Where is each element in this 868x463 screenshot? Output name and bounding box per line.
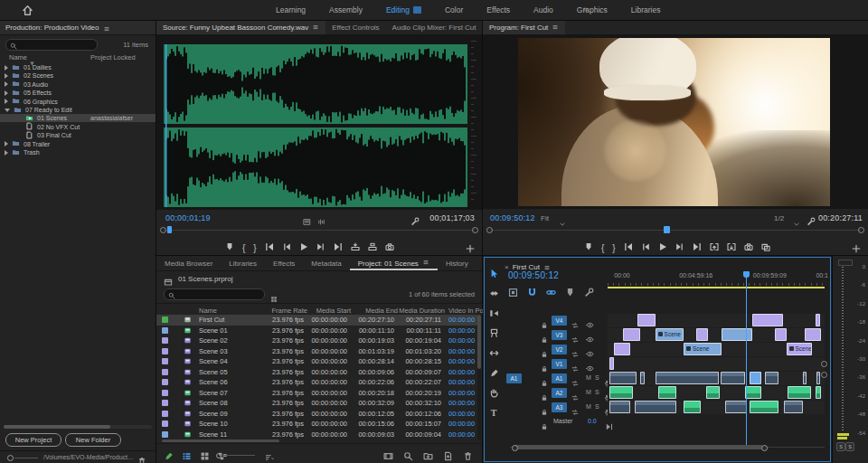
tree-item-01-scenes[interactable]: 01 Scenesanastasialafser [0,114,156,122]
tool-ripple[interactable] [486,303,502,323]
program-video-preview[interactable] [483,35,868,209]
bin-row-scene-10[interactable]: Scene 10 23.976 fps00:00:00:0000:00:15:0… [156,419,478,430]
program-current-timecode[interactable]: 00:09:50:12 [490,213,535,222]
project-locked-column-header[interactable]: Project Locked [90,53,136,61]
col-video-in[interactable]: Video In Po [448,307,484,315]
bin-tab-project-01-scenes[interactable]: Project: 01 Scenes [350,256,438,270]
solo-button[interactable]: S [595,374,599,381]
comparison-view-button[interactable] [761,239,770,255]
workspace-tab-editing[interactable]: Editing [374,5,433,14]
go-to-in-button[interactable] [624,239,633,255]
magnet-icon[interactable] [527,285,537,301]
panel-menu-icon[interactable] [312,24,319,33]
tree-item-07-ready-to-edit[interactable]: 07 Ready to Edit [0,106,156,114]
tool-type[interactable]: T [486,402,502,422]
timeline-clip-scene[interactable]: Scene [684,343,722,355]
tree-item-05-effects[interactable]: 05 Effects [0,89,156,97]
timeline-clip[interactable] [609,386,633,399]
mute-button[interactable]: M [586,374,591,381]
timeline-clip[interactable] [816,372,820,384]
work-area-bar[interactable] [608,287,825,288]
tool-pen[interactable] [486,363,502,383]
timeline-clip[interactable] [765,372,778,384]
source-tab[interactable]: Effect Controls [326,21,385,34]
go-to-out-button[interactable] [693,239,702,255]
track-lane[interactable] [608,357,825,371]
label-color-chip[interactable] [162,379,168,385]
track-target-v4[interactable]: V4 [552,316,567,326]
label-color-chip[interactable] [162,337,168,344]
step-forward-button[interactable] [675,239,684,255]
tree-item-08-trailer[interactable]: 08 Trailer [0,140,156,148]
newbin-icon[interactable] [423,449,433,463]
solo-button[interactable]: S [595,389,599,395]
bin-tab-metadata[interactable]: Metadata [303,256,349,270]
timeline-clip[interactable] [696,328,708,341]
label-color-chip[interactable] [162,400,168,406]
tree-item-03-audio[interactable]: 03 Audio [0,80,156,89]
timeline-clip[interactable] [752,314,783,326]
zoom-slider-handle[interactable] [7,455,14,461]
search-icon[interactable] [403,449,413,463]
timeline-clip[interactable] [656,372,720,384]
timeline-horizontal-scrollbar[interactable] [510,445,825,450]
timeline-clip[interactable] [609,401,630,413]
col-media-duration[interactable]: Media Duration [399,307,445,315]
label-color-chip[interactable] [162,348,168,354]
button-editor-plus-icon[interactable] [466,241,475,257]
timeline-clip[interactable] [725,401,747,413]
program-tab[interactable]: Program: First Cut [483,21,565,34]
bin-row-scene-05[interactable]: Scene 05 23.976 fps00:00:00:0000:00:09:0… [156,367,478,378]
timeline-clip[interactable] [816,386,821,399]
label-color-chip[interactable] [162,390,168,396]
bin-row-scene-07[interactable]: Scene 07 23.976 fps00:00:00:0000:00:20:1… [156,388,478,399]
vertical-scroll-handle[interactable] [821,372,827,378]
timeline-clip[interactable] [637,314,655,326]
extract-button[interactable] [727,239,736,255]
tool-hand[interactable] [486,383,502,402]
timeline-timecode[interactable]: 00:09:50:12 [508,270,559,280]
bin-row-scene-09[interactable]: Scene 09 23.976 fps00:00:00:0000:00:12:0… [156,409,478,420]
workspace-overflow-button[interactable]: » [583,5,588,14]
track-target-v3[interactable]: V3 [552,330,567,340]
zoom-slider-handle[interactable] [216,453,222,458]
bin-row-scene-08[interactable]: Scene 08 23.976 fps00:00:00:0000:00:32:0… [156,398,478,409]
tree-item-02-scenes[interactable]: 02 Scenes [0,71,156,80]
tool-tracksel[interactable] [486,283,502,303]
tree-item-06-graphics[interactable]: 06 Graphics [0,98,156,106]
bin-row-scene-01[interactable]: Scene 01 23.976 fps00:00:00:0000:00:11:1… [156,326,478,336]
chevron-right-icon[interactable] [5,81,8,87]
tree-item-01-dailies[interactable]: 01 Dailies [0,63,156,71]
bin-row-first-cut[interactable]: First Cut 23.976 fps00:00:00:0000:20:27:… [156,315,478,326]
thumbs-icon[interactable] [200,449,210,463]
workspace-tab-libraries[interactable]: Libraries [619,5,673,14]
workspace-tab-assembly[interactable]: Assembly [317,5,374,14]
zoom-slider-track[interactable] [222,455,255,456]
bin-tab-effects[interactable]: Effects [265,256,303,270]
chevron-right-icon[interactable] [5,141,8,146]
mark-in-button[interactable]: { [601,239,604,255]
timeline-clip[interactable] [609,357,614,370]
timeline-clip[interactable] [805,328,821,341]
label-color-chip[interactable] [162,420,168,427]
timeline-clip[interactable] [609,372,637,384]
home-icon[interactable] [22,4,33,20]
timeline-clip[interactable] [623,328,639,341]
timeline-clip[interactable] [721,372,745,384]
timeline-clip[interactable] [750,401,778,413]
trash-icon[interactable] [463,449,473,463]
new-project-button[interactable]: New Project [5,433,61,447]
bin-vertical-scrollbar[interactable] [477,315,481,439]
bin-row-scene-06[interactable]: Scene 06 23.976 fps00:00:00:0000:00:22:0… [156,377,478,388]
wrench-icon[interactable] [584,285,594,301]
timeline-clip[interactable] [684,401,701,413]
overwrite-button[interactable] [368,239,377,255]
label-color-chip[interactable] [162,411,168,417]
track-target-v2[interactable]: V2 [552,345,567,354]
chevron-right-icon[interactable] [5,73,8,79]
timeline-clip[interactable] [706,386,719,399]
col-name[interactable]: Name [199,307,217,315]
source-tab[interactable]: Source: Funny Upbeat Bassoon Comedy.wav [156,21,326,34]
timeline-clip[interactable] [775,328,786,341]
bin-tab-media-browser[interactable]: Media Browser [156,256,221,270]
